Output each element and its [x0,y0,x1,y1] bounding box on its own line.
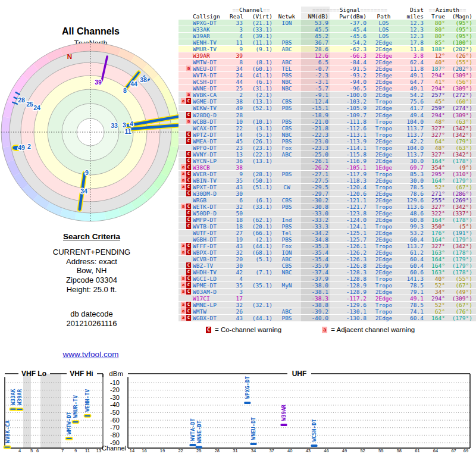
cell-network: PBS [273,223,301,230]
station-signal-mark [250,443,257,445]
table-row: aCWPXT-DT43(51.1)CW-29.5-120.4Tropo78.55… [178,184,476,190]
cell-path: 2Edge [369,151,399,158]
table-row: CWHDH-TV42(7.1)NBC-37.4-128.32Edge60.616… [178,269,476,276]
cell-azimuth-magnetic: (5°) [445,223,472,230]
cell-real-channel: 32 [230,302,243,308]
co-channel-warning-icon: C [186,171,191,177]
co-channel-warning-icon: C [186,132,191,137]
cell-nm-db: -30.2 [301,197,328,204]
cell-virtual-channel: (35.1) [243,282,273,289]
station-callsign-label: WMUR-TV [73,395,79,418]
warning-markers: C [178,151,191,158]
cell-miles: 60.8 [399,217,424,223]
cell-nm-db: -38.8 [301,302,328,308]
adjacent-channel-warning-icon: a [181,171,186,177]
channel-tick-label: 25 [196,448,201,453]
cell-nm-db: 53.9 [301,20,328,26]
cell-azimuth-magnetic: (309°) [445,112,472,118]
channel-tick-label: 40 [287,448,292,453]
channel-tick-label: 43 [306,448,311,453]
cell-virtual-channel: (23.1) [243,145,273,151]
cell-real-channel: 20 [230,256,243,262]
col-header-nm: NM(dB) [301,13,328,20]
radar-channel-label: 8 [123,87,127,94]
table-row: aCWVER-DT9(28.1)PBS-27.1-117.9Tropo85.32… [178,171,476,177]
search-zipcode: Zipcode 03304 [6,276,177,285]
cell-pwr-dbm: -112.6 [328,125,367,132]
warning-markers: C [178,132,191,138]
cell-virtual-channel: (2.1) [243,92,273,98]
channel-tick-label: 9 [74,448,77,453]
cell-azimuth-magnetic: (49°) [445,289,472,295]
cell-azimuth-true: 327° [424,151,445,158]
table-row: aCWPME-DT35(35.1)MyN-38.0-128.9Tropo78.5… [178,282,476,289]
cell-nm-db: -33.0 [301,210,328,217]
cell-callsign: W38CB [193,164,230,171]
cell-azimuth-magnetic: (269°) [445,197,472,204]
cell-nm-db: -27.1 [301,171,328,177]
cell-pwr-dbm: -115.8 [328,151,367,158]
cell-virtual-channel: (52.1) [243,105,273,111]
cell-pwr-dbm: -113.1 [328,132,367,138]
cell-azimuth-magnetic: (178°) [445,217,472,223]
cell-pwr-dbm: -96.5 [328,85,367,92]
cell-pwr-dbm: -130.1 [328,308,367,315]
cell-callsign: WYCN-LP [193,158,230,164]
cell-pwr-dbm: -126.3 [328,256,367,262]
table-column-header-row: CallsignReal(Virt)NetwkNM(dB)Pwr(dBm)Pat… [178,13,476,20]
table-row: W39AR4(39.1)45.2-45.6LOS12.380°(95°) [178,33,476,39]
cell-miles: 113.7 [399,151,424,158]
tvfool-link[interactable]: www.tvfool.com [63,350,119,359]
cell-path: Tropo [369,118,399,125]
cell-azimuth-magnetic: (342°) [445,151,472,158]
cell-network: PBS [273,118,301,125]
cell-azimuth-true: 354° [424,164,445,171]
cell-azimuth-magnetic: (309°) [445,295,472,302]
cell-azimuth-magnetic: (63°) [445,118,472,125]
cell-path: 2Edge [369,230,399,236]
cell-real-channel: 24 [230,72,243,79]
cell-path: Tropo [369,132,399,138]
cell-nm-db: 6.5 [301,59,328,65]
cell-azimuth-true: 52° [424,302,445,308]
cell-virtual-channel: (66.1) [243,230,273,236]
table-row: CW30DM-D30-29.7-120.62Edge78.6271°(286°) [178,190,476,197]
cell-nm-db: -33.2 [301,217,328,223]
col-header-virt: (Virt) [243,13,273,20]
table-row: aCWGBX-DT43(44.1)PBS-40.0-130.82Edge60.4… [178,315,476,321]
cell-pwr-dbm: -128.9 [328,289,367,295]
cell-path: 2Edge [369,105,399,111]
cell-nm-db: -15.1 [301,105,328,111]
adjacent-channel-warning-icon: a [186,65,191,71]
table-row: aCWETK-DT32(33.1)PBS-30.8-121.7Tropo113.… [178,204,476,210]
adjacent-channel-warning-icon: a [181,315,186,321]
cell-virtual-channel: (62.1) [243,217,273,223]
cell-miles: 79.1 [399,289,424,295]
cell-azimuth-magnetic: (286°) [445,190,472,197]
warning-markers: C [178,217,191,223]
cell-azimuth-true: 40° [424,59,445,65]
cell-nm-db: -25.0 [301,151,328,158]
cell-network: NBC [273,85,301,92]
cell-callsign: WHDH-TV [193,269,230,276]
cell-azimuth-magnetic: (100°) [445,39,472,46]
station-callsign-label: WPXG-DT [245,376,250,399]
cell-network: ABC [273,59,301,65]
cell-network: PBS [273,315,301,321]
co-channel-warning-icon: C [186,217,191,223]
cell-nm-db: -23.0 [301,138,328,145]
cell-miles: 129.6 [399,197,424,204]
cell-nm-db: 36.7 [301,39,328,46]
table-row: CWMFP-DT18(62.1)Ind-33.2-124.02Edge60.81… [178,217,476,223]
cell-azimuth-true: 295° [424,171,445,177]
cell-callsign: WVBK-CA [193,92,230,98]
warning-markers: C [178,138,191,145]
cell-real-channel: 45 [230,138,243,145]
radar-channel-label: 11 [124,128,131,135]
cell-azimuth-magnetic: (191°) [445,230,472,236]
warning-markers: aC [178,243,191,249]
cell-real-channel: 35 [230,177,243,184]
cell-azimuth-magnetic: (55°) [445,276,472,282]
cell-miles: 48.6 [399,210,424,217]
cell-network: ABC [273,151,301,158]
